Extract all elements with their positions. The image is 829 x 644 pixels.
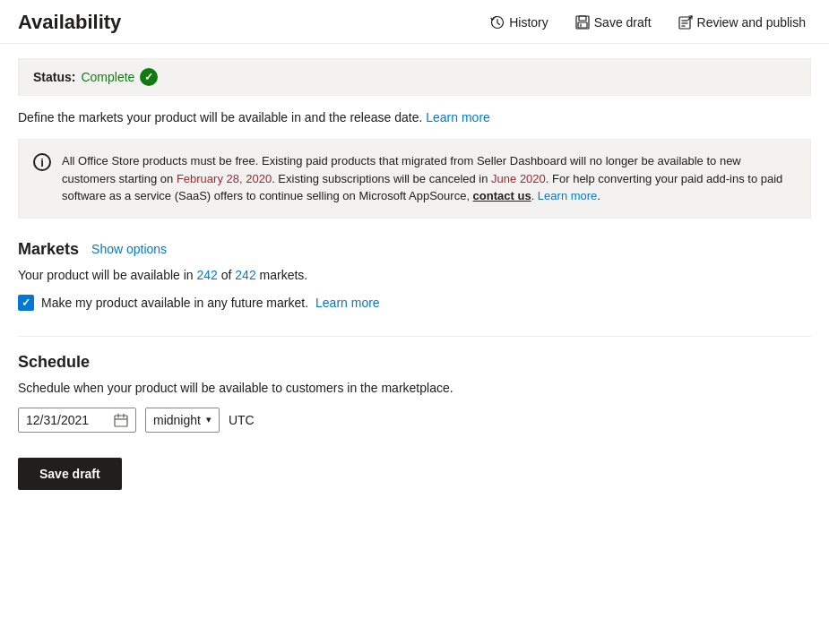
save-draft-header-label: Save draft (594, 15, 652, 30)
history-label: History (509, 15, 548, 30)
status-complete-icon: ✓ (140, 68, 158, 86)
page-header: Availability History Save draft (0, 0, 829, 44)
status-label: Status: (33, 70, 75, 84)
info-box: i All Office Store products must be free… (18, 139, 811, 219)
svg-rect-10 (115, 416, 127, 426)
save-draft-header-button[interactable]: Save draft (570, 12, 657, 33)
datetime-row: 12/31/2021 midnight ▾ UTC (18, 408, 811, 433)
description-learn-more-link[interactable]: Learn more (426, 110, 490, 125)
timezone-label: UTC (229, 413, 255, 427)
info-date1: February 28, 2020 (177, 172, 272, 185)
markets-description: Your product will be available in 242 of… (18, 268, 811, 282)
markets-count-current: 242 (197, 268, 218, 282)
svg-rect-2 (579, 16, 586, 21)
future-market-row: Make my product available in any future … (18, 295, 811, 311)
markets-count-total: 242 (235, 268, 255, 282)
svg-rect-3 (578, 22, 587, 28)
calendar-icon[interactable] (114, 413, 128, 427)
info-contact-us-link[interactable]: contact us (473, 189, 531, 202)
info-text-part2: . Existing subscriptions will be cancele… (272, 172, 491, 185)
markets-desc-suffix: markets. (256, 268, 308, 282)
show-options-button[interactable]: Show options (91, 242, 167, 256)
info-text-part4: . (531, 189, 538, 202)
schedule-title: Schedule (18, 353, 90, 372)
review-publish-icon (678, 15, 693, 30)
status-bar: Status: Complete ✓ (18, 58, 811, 96)
info-date2: June 2020 (491, 172, 546, 185)
time-select-value: midnight (153, 413, 201, 427)
schedule-section: Schedule Schedule when your product will… (18, 353, 811, 490)
schedule-section-header: Schedule (18, 353, 811, 372)
section-divider (18, 336, 811, 337)
schedule-description: Schedule when your product will be avail… (18, 381, 811, 395)
markets-desc-of: of (218, 268, 235, 282)
markets-desc-prefix: Your product will be available in (18, 268, 197, 282)
history-icon (490, 15, 505, 30)
description-line: Define the markets your product will be … (18, 110, 811, 125)
review-publish-button[interactable]: Review and publish (673, 12, 811, 33)
info-learn-more-link[interactable]: Learn more (538, 189, 597, 202)
info-text-part5: . (597, 189, 600, 202)
chevron-down-icon: ▾ (206, 414, 212, 425)
date-input-value: 12/31/2021 (26, 413, 107, 427)
header-actions: History Save draft Review and publish (485, 12, 811, 33)
markets-title: Markets (18, 240, 79, 259)
save-draft-button[interactable]: Save draft (18, 458, 122, 490)
future-market-learn-more-link[interactable]: Learn more (315, 296, 380, 310)
time-select-wrap[interactable]: midnight ▾ (145, 408, 220, 433)
info-icon: i (33, 153, 51, 171)
future-market-checkbox[interactable] (18, 295, 34, 311)
status-value: Complete (81, 70, 134, 84)
save-draft-icon (575, 15, 590, 30)
markets-section-header: Markets Show options (18, 240, 811, 259)
description-text: Define the markets your product will be … (18, 110, 422, 125)
date-input-wrap[interactable]: 12/31/2021 (18, 408, 136, 433)
review-publish-label: Review and publish (697, 15, 806, 30)
page-content: Status: Complete ✓ Define the markets yo… (0, 44, 829, 511)
history-button[interactable]: History (485, 12, 554, 33)
info-text: All Office Store products must be free. … (62, 152, 796, 205)
page-title: Availability (18, 11, 121, 34)
future-market-label: Make my product available in any future … (41, 296, 308, 310)
